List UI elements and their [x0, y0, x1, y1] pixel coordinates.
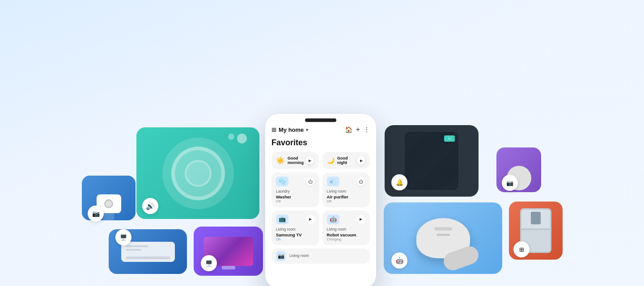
vacuum-device-icon: 🤖 [327, 214, 339, 224]
vacuum-device-card[interactable]: 🤖 ▶ Living room Robot vacuum Charging [322, 210, 370, 245]
home-label: My home [279, 126, 304, 133]
washer-device-card[interactable]: 🫧 ⏻ Laundry Washer Off [271, 172, 319, 207]
smartthings-badge-icon: 🏠 [345, 126, 352, 133]
phone-content: Favorites ☀️ Good morning ▶ 🌙 Good night [265, 136, 376, 264]
device-grid: 🫧 ⏻ Laundry Washer Off 💨 ⏻ Living room A… [271, 172, 370, 245]
partial-device-card[interactable]: 📷 Living room [271, 248, 370, 264]
vacuum-location: Living room [327, 227, 366, 232]
tv-status: On [276, 237, 315, 241]
dropdown-icon[interactable]: ▾ [306, 127, 308, 132]
phone-mockup: ⊞ My home ▾ 🏠 + ⋮ Favorites ☀️ Good morn… [265, 114, 376, 286]
smartthings-icon: ⊞ [271, 126, 276, 133]
fridge-badge-icon: ⊞ [519, 246, 524, 253]
purifier-badge-icon: 🔔 [396, 179, 403, 186]
ac-badge-icon: 🖥️ [120, 234, 127, 241]
good-night-icon: 🌙 [327, 157, 335, 164]
good-night-card[interactable]: 🌙 Good night ▶ [322, 152, 370, 169]
phone-header-left: ⊞ My home ▾ [271, 126, 308, 133]
purifier-device-icon: 💨 [327, 177, 339, 186]
good-morning-play[interactable]: ▶ [305, 156, 314, 165]
phone-header: ⊞ My home ▾ 🏠 + ⋮ [265, 122, 376, 136]
tv-device-icon: 📺 [276, 214, 288, 224]
vacuum-status: Charging [327, 237, 366, 241]
washer-device-icon: 🫧 [276, 177, 288, 186]
more-button[interactable]: ⋮ [364, 126, 370, 133]
phone-header-icons: 🏠 + ⋮ [345, 126, 370, 134]
tv-location: Living room [276, 227, 315, 232]
hub-badge: 📷 [502, 175, 518, 191]
purifier-badge: 🔔 [391, 174, 407, 190]
ac-badge: 🖥️ [115, 229, 131, 245]
fridge-badge: ⊞ [513, 241, 530, 257]
tv-badge-icon: 🖥️ [205, 260, 212, 267]
purifier-device-card[interactable]: 💨 ⏻ Living room Air purifier Off [322, 172, 370, 207]
washer-power-btn[interactable]: ⏻ [306, 177, 315, 186]
good-morning-label: Good [288, 156, 304, 160]
good-morning-card[interactable]: ☀️ Good morning ▶ [271, 152, 319, 169]
washer-badge-icon: 🔊 [146, 202, 155, 210]
good-morning-icon: ☀️ [276, 156, 285, 165]
phone-notch [305, 118, 336, 122]
favorites-title: Favorites [271, 138, 370, 147]
vacuum-play-btn[interactable]: ▶ [356, 215, 365, 224]
tv-device-card[interactable]: 📺 ▶ Living room Samsung TV On [271, 210, 319, 245]
good-night-label: Good night [337, 156, 357, 165]
robot-badge-icon: 🤖 [396, 257, 403, 264]
robot-badge: 🤖 [391, 252, 407, 269]
purifier-location: Living room [327, 189, 366, 194]
camera-badge-icon: 📷 [92, 210, 100, 217]
good-night-play[interactable]: ▶ [357, 156, 365, 165]
washer-location: Laundry [276, 189, 315, 194]
partial-device-icon: 📷 [276, 251, 286, 261]
purifier-power-btn[interactable]: ⏻ [356, 177, 365, 186]
washer-badge: 🔊 [142, 198, 158, 214]
tv-device-name: Samsung TV [276, 232, 315, 237]
vacuum-device-name: Robot vacuum [327, 232, 366, 237]
camera-badge: 📷 [88, 206, 104, 222]
tv-play-btn[interactable]: ▶ [306, 215, 315, 224]
washer-status: Off [276, 199, 315, 203]
hub-badge-icon: 📷 [506, 180, 513, 186]
tv-badge: 🖥️ [201, 255, 217, 271]
purifier-device-name: Air purifier [327, 194, 366, 199]
add-button[interactable]: + [356, 126, 360, 134]
partial-location: Living room [289, 253, 309, 259]
purifier-status: Off [327, 199, 366, 203]
routine-row: ☀️ Good morning ▶ 🌙 Good night ▶ [271, 152, 370, 169]
washer-device-name: Washer [276, 194, 315, 199]
